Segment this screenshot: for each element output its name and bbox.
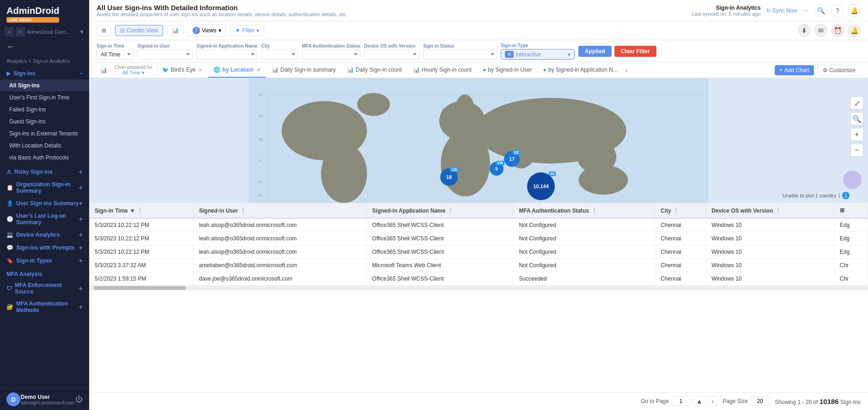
sidebar-section-last-logon[interactable]: 🕐 User's Last Log-on Summary + [0,210,89,228]
page-input[interactable] [672,397,690,406]
sidebar-section-user-summary[interactable]: 👤 User Sign-ins Summary + [0,197,89,210]
nav-back-arrow[interactable]: ‹ [5,27,14,37]
city-menu[interactable]: ⋮ [673,207,679,214]
chart-view-button[interactable]: 📊 [167,25,184,36]
sidebar-section-sign-in-types[interactable]: 🔖 Sign-in Types + [0,254,89,267]
app-name-menu[interactable]: ⋮ [447,207,454,214]
chart-bar-icon[interactable]: 📊 [97,63,111,77]
email-icon[interactable]: ✉ [814,24,827,37]
signed-in-user-select[interactable] [137,49,193,60]
workspace-dropdown[interactable]: ▼ [79,29,85,35]
birds-eye-close[interactable]: ✕ [198,67,202,73]
risky-expand[interactable]: + [79,168,83,176]
combo-view-button[interactable]: ⊟ Combo View [115,25,163,36]
col-extra[interactable]: ⊞ [834,203,868,218]
page-left-arrow[interactable]: ‹ [709,396,717,406]
col-app-name[interactable]: Signed-in Application Name ⋮ [366,203,513,218]
page-size-input[interactable] [751,397,769,406]
sidebar-item-external-tenants[interactable]: Sign-ins in External Tenants [0,128,89,140]
mfa-enforce-expand[interactable]: + [79,285,83,292]
by-location-close[interactable]: ✕ [256,67,261,73]
sidebar-item-failed-sign-ins[interactable]: Failed Sign-ins [0,104,89,116]
sidebar-section-org-summary[interactable]: 📋 Organization Sign-in Summary + [0,178,89,197]
page-up-arrow[interactable]: ▲ [693,396,706,406]
signin-time-select[interactable]: All Time [97,49,134,60]
power-icon[interactable]: ⏻ [75,395,83,404]
signin-type-applied[interactable]: ✕ Interactive ▾ [501,49,575,60]
map-fullscreen-btn[interactable]: ⤢ [850,97,863,110]
search-icon[interactable]: 🔍 [814,4,827,17]
table-scroll-thumb[interactable] [94,286,186,290]
chart-tabs-next[interactable]: › [623,66,629,74]
bell-icon[interactable]: 🔔 [848,4,861,17]
city-select[interactable] [261,49,298,60]
signed-in-user-menu[interactable]: ⋮ [240,207,246,214]
sidebar-item-all-sign-ins[interactable]: All Sign-ins [0,80,89,92]
tab-by-location[interactable]: 🌐 by Location ✕ [208,63,266,78]
grid-view-button[interactable]: ⊞ [97,25,111,36]
signin-time-sort[interactable]: Sign-in Time ▼ [95,208,135,214]
by-user-label: by Signed-in User [488,67,532,73]
col-mfa-status[interactable]: MFA Authentication Status ⋮ [513,203,655,218]
sidebar-item-with-location[interactable]: With Location Details [0,140,89,152]
sidebar-item-users-first-sign-in[interactable]: User's First Sign-in Time [0,92,89,104]
user-sum-expand[interactable]: + [79,200,83,207]
map-search-btn[interactable]: 🔍 [850,112,863,125]
back-button[interactable]: ← [0,38,89,55]
map-zoom-out-btn[interactable]: − [850,144,863,157]
signin-time-menu[interactable]: ⋮ [137,207,143,214]
alert-icon[interactable]: 🔔 [848,24,861,37]
collapse-icon[interactable]: − [79,70,83,77]
device-expand[interactable]: + [79,231,83,239]
table-scroll-bar[interactable] [89,286,868,290]
tab-hourly-count[interactable]: 📊 Hourly Sign-in count [407,63,477,78]
mfa-select[interactable] [302,49,360,60]
mfa-menu[interactable]: ⋮ [591,207,597,214]
map-bubble-us[interactable]: 18US [440,168,458,186]
sidebar-section-risky[interactable]: ⚠ Risky Sign-ins + [0,165,89,178]
sidebar-item-basic-auth[interactable]: via Basic Auth Protocols [0,152,89,164]
map-bubble-in[interactable]: 10,144IN [527,172,555,200]
col-signed-in-user[interactable]: Signed-in User ⋮ [193,203,366,218]
sidebar-section-sign-ins[interactable]: ▶ Sign-ins − [0,67,89,80]
views-dropdown[interactable]: 7 Views ▾ [188,24,226,37]
chart-time-range[interactable]: All Time ▾ [122,70,145,76]
tab-by-user[interactable]: ● by Signed-in User [477,63,538,78]
table-row: 5/3/2023 10:22:12 PM leah.alsop@o365droi… [89,218,868,232]
filter-button[interactable]: ▼ Filter ▾ [230,25,265,36]
tab-birds-eye[interactable]: 🐦 Bird's Eye ✕ [157,63,208,78]
col-city[interactable]: City ⋮ [655,203,706,218]
signin-status-select[interactable] [423,49,497,60]
col-device-os[interactable]: Device OS with Version ⋮ [706,203,834,218]
app-name-select[interactable] [196,49,257,60]
schedule-icon[interactable]: ⏰ [831,24,844,37]
tab-daily-summary[interactable]: 📊 Daily Sign-in summary [266,63,341,78]
prompts-expand[interactable]: + [79,244,83,251]
sidebar-item-guest-sign-ins[interactable]: Guest Sign-ins [0,116,89,128]
last-logon-expand[interactable]: + [79,215,83,223]
map-zoom-in-btn[interactable]: + [850,128,863,141]
nav-forward-arrow[interactable]: › [16,27,25,37]
map-bubble-se[interactable]: 17SE [504,151,520,167]
sidebar-section-sign-ins-prompts[interactable]: 💬 Sign-ins with Prompts + [0,241,89,254]
mfa-methods-expand[interactable]: + [79,303,83,311]
col-signin-time[interactable]: Sign-in Time ▼ ⋮ [89,203,193,218]
device-os-menu[interactable]: ⋮ [775,207,781,214]
sync-now-button[interactable]: ↻ Sync Now [766,7,797,14]
add-chart-button[interactable]: + Add Chart [775,65,814,75]
header-more-menu[interactable]: ··· [803,6,809,15]
types-expand[interactable]: + [79,257,83,264]
help-icon[interactable]: ? [831,4,844,17]
tab-daily-count[interactable]: 📊 Daily Sign-in count [341,63,407,78]
org-expand[interactable]: + [79,184,83,191]
sidebar-section-mfa-methods[interactable]: 🔐 MFA Authentication Methods + [0,298,89,316]
sidebar-section-mfa-enforcement[interactable]: 🛡 MFA Enforcement Source + [0,279,89,298]
apply-button[interactable]: Applied [578,46,612,57]
map-bubble-fr[interactable]: 5FR [490,162,504,176]
sidebar-section-device-analytics[interactable]: 💻 Device Analytics + [0,228,89,241]
clear-filter-button[interactable]: Clear Filter [614,46,656,57]
download-icon[interactable]: ⬇ [798,24,811,37]
tab-by-app[interactable]: ● by Signed-in Application N... [538,63,623,78]
customize-button[interactable]: ⚙ Customize [818,65,861,76]
device-os-select[interactable] [364,49,419,60]
